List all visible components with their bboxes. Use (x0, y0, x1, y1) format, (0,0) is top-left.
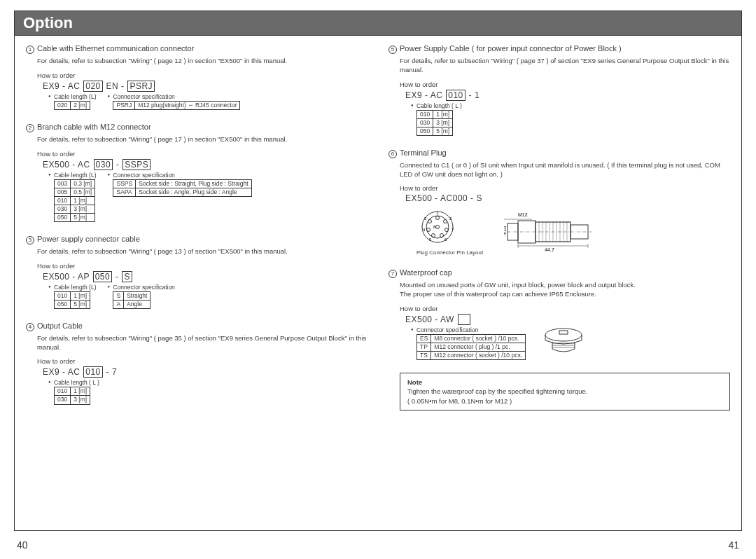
callouts-5: Cable length ( L ) 0101 [m] 0303 [m] 050… (416, 102, 730, 136)
circled-3-icon: 3 (26, 236, 34, 244)
left-column: 1Cable with Ethernet communication conne… (26, 44, 368, 417)
callouts-1: Cable length (L) 0202 [m] Connector spec… (54, 93, 368, 110)
pn5-prefix: EX9 - AC (405, 90, 442, 100)
section-6: 6Terminal Plug Connected to C1 ( or 0 ) … (388, 149, 730, 256)
pn1-prefix: EX9 - AC (43, 81, 80, 91)
section-2-title: 2Branch cable with M12 connector (26, 123, 368, 132)
pn3-prefix: EX500 - AP (43, 272, 90, 282)
pn7-blank (458, 314, 470, 325)
section-3-title: 3Power supply connector cable (26, 235, 368, 244)
svg-point-1 (426, 216, 449, 238)
pn2-box1: 030 (94, 159, 113, 170)
howto-5: How to order (400, 81, 730, 88)
svg-text:44.7: 44.7 (545, 247, 554, 252)
svg-point-7 (427, 228, 430, 232)
pn3-box2: S (122, 271, 132, 282)
section-1-title: 1Cable with Ethernet communication conne… (26, 44, 368, 54)
section-1-body: For details, refer to subsection "Wiring… (37, 57, 368, 66)
section-3: 3Power supply connector cable For detail… (26, 235, 368, 309)
conn-block-1: Connector specification PSRJM12 plug(str… (113, 93, 240, 110)
partno-6: EX500 - AC000 - S (405, 193, 730, 203)
callouts-3: Cable length (L) 0101 [m] 0505 [m] Conne… (54, 284, 368, 309)
conn-block-2: Connector specification SSPSSocket side … (113, 172, 251, 222)
partno-1: EX9 - AC 020 EN - PSRJ (43, 81, 368, 92)
svg-rect-30 (559, 331, 568, 334)
len-table-3: 0101 [m] 0505 [m] (54, 291, 90, 309)
title-bar: Option (15, 11, 741, 36)
len-label-4: Cable length ( L ) (54, 379, 99, 386)
note-line2: ( 0.05N•m for M8, 0.1N•m for M12 ) (407, 396, 722, 406)
partno-5: EX9 - AC 010 - 1 (405, 90, 730, 101)
conn-table-2: SSPSSocket side : Straight, Plug side : … (113, 179, 251, 197)
conn-table-1: PSRJM12 plug(straight) ↔ RJ45 connector (113, 101, 240, 110)
pn4-prefix: EX9 - AC (43, 367, 80, 377)
section-7: 7Waterproof cap Mounted on unused ports … (388, 268, 730, 360)
section-5-label: Power Supply Cable ( for power input con… (400, 44, 622, 53)
len-table-5: 0101 [m] 0303 [m] 0505 [m] (416, 110, 453, 136)
waterproof-cap-drawing (542, 326, 584, 357)
pn2-prefix: EX500 - AC (43, 160, 90, 170)
section-4: 4Output Cable For details, refer to subs… (26, 322, 368, 405)
page-frame: Option 1Cable with Ethernet communicatio… (14, 11, 742, 531)
section-5-title: 5Power Supply Cable ( for power input co… (388, 44, 730, 54)
svg-point-4 (445, 228, 449, 232)
section-5: 5Power Supply Cable ( for power input co… (388, 44, 730, 136)
pn1-mid: EN - (106, 81, 125, 91)
conn-block-3: Connector specification SStraight AAngle (113, 284, 174, 309)
svg-text:2: 2 (449, 216, 452, 221)
section-2: 2Branch cable with M12 connector For det… (26, 123, 368, 222)
howto-6: How to order (400, 184, 730, 192)
pn3-mid: - (115, 272, 119, 282)
note-line1: Tighten the waterproof cap by the specif… (407, 387, 722, 396)
pn5-box1: 010 (446, 90, 465, 101)
section-5-body: For details, refer to subsection "Wiring… (400, 57, 730, 75)
len-block-3: Cable length (L) 0101 [m] 0505 [m] (54, 284, 96, 309)
len-label-5: Cable length ( L ) (416, 102, 462, 109)
note-title: Note (407, 378, 722, 387)
len-table-2: 0030.3 [m] 0050.5 [m] 0101 [m] 0303 [m] … (54, 179, 95, 222)
len-label-1: Cable length (L) (54, 93, 96, 100)
len-label-2: Cable length (L) (54, 172, 96, 179)
section-4-body: For details, refer to subsection "Wiring… (37, 334, 368, 352)
callouts-2: Cable length (L) 0030.3 [m] 0050.5 [m] 0… (54, 172, 368, 222)
partno-2: EX500 - AC 030 - SSPS (43, 159, 368, 170)
section-7-label: Waterproof cap (400, 268, 452, 277)
circled-5-icon: 5 (388, 46, 397, 54)
note-box: Note Tighten the waterproof cap by the s… (400, 373, 730, 410)
svg-text:4: 4 (423, 228, 426, 232)
svg-text:3: 3 (424, 216, 427, 221)
howto-1: How to order (37, 71, 368, 79)
len-table-1: 0202 [m] (54, 101, 90, 110)
len-label-3: Cable length (L) (54, 284, 96, 291)
section-7-body2: The proper use of this waterproof cap ca… (400, 290, 730, 299)
partno-4: EX9 - AC 010 - 7 (43, 366, 368, 378)
howto-3: How to order (37, 262, 368, 270)
svg-text:7: 7 (451, 228, 454, 232)
svg-point-8 (428, 220, 432, 223)
len-block-1: Cable length (L) 0202 [m] (54, 93, 96, 110)
svg-text:Φ16: Φ16 (504, 226, 507, 235)
circled-1-icon: 1 (26, 46, 34, 54)
circled-6-icon: 6 (388, 150, 397, 158)
partno-7: EX500 - AW (405, 314, 730, 325)
pn7-prefix: EX500 - AW (405, 315, 454, 324)
callouts-4: Cable length ( L ) 0101 [m] 0303 [m] (54, 379, 368, 404)
section-2-body: For details, refer to subsection "Wiring… (37, 135, 368, 144)
section-4-title: 4Output Cable (26, 322, 368, 331)
conn-block-7: Connector specification ESM8 connector (… (416, 326, 526, 360)
pn2-mid: - (116, 160, 120, 170)
section-7-title: 7Waterproof cap (388, 268, 730, 278)
content-columns: 1Cable with Ethernet communication conne… (15, 36, 741, 426)
pn3-box1: 050 (93, 271, 113, 282)
plug-sideview-block: M12 Φ16 44.7 (504, 211, 595, 253)
pin-layout-label: Plug Connector Pin Layout (416, 249, 483, 256)
svg-point-6 (432, 234, 435, 237)
howto-2: How to order (37, 150, 368, 158)
circled-2-icon: 2 (26, 124, 34, 132)
waterproof-cap-icon (542, 326, 584, 357)
pn1-box1: 020 (83, 81, 103, 92)
howto-7: How to order (400, 305, 730, 312)
pn2-box2: SSPS (122, 159, 150, 170)
len-block-2: Cable length (L) 0030.3 [m] 0050.5 [m] 0… (54, 172, 96, 222)
conn-label-3: Connector specification (113, 284, 174, 291)
